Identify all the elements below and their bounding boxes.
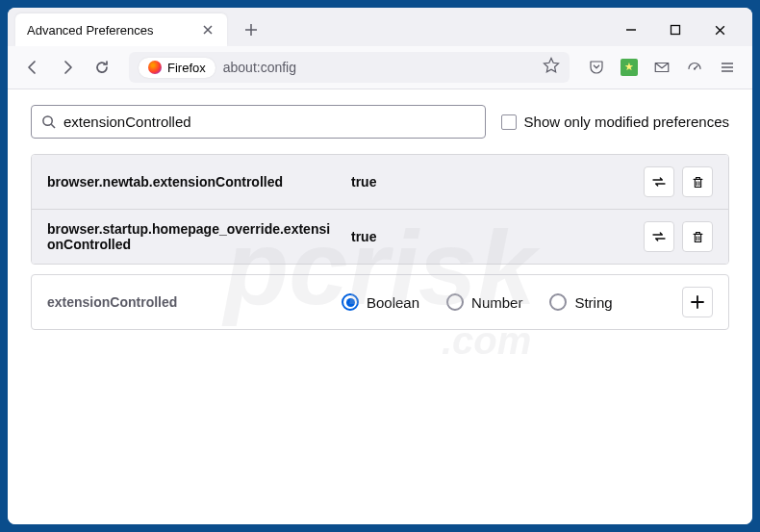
tab-bar: Advanced Preferences (8, 8, 752, 46)
toolbar-icons (581, 52, 743, 83)
checkbox-label: Show only modified preferences (524, 114, 729, 130)
radio-number[interactable]: Number (446, 293, 522, 311)
toggle-button[interactable] (644, 221, 674, 252)
identity-label: Firefox (167, 61, 206, 75)
extension-icon[interactable] (614, 52, 645, 83)
tab-advanced-preferences[interactable]: Advanced Preferences (15, 13, 227, 46)
mail-icon[interactable] (646, 52, 677, 83)
close-icon[interactable] (200, 22, 215, 38)
dashboard-icon[interactable] (679, 52, 710, 83)
checkbox-icon (501, 114, 517, 130)
radio-boolean[interactable]: Boolean (342, 293, 419, 311)
new-tab-button[interactable] (237, 15, 266, 44)
svg-rect-0 (671, 26, 680, 35)
search-box[interactable] (31, 105, 486, 139)
back-button[interactable] (17, 52, 48, 83)
new-preference-row: extensionControlled Boolean Number Strin… (31, 274, 729, 330)
forward-button[interactable] (52, 52, 83, 83)
preference-value: true (351, 174, 628, 190)
search-row: Show only modified preferences (8, 89, 752, 154)
preference-name: browser.startup.homepage_override.extens… (47, 221, 336, 252)
radio-icon (549, 293, 567, 311)
maximize-button[interactable] (662, 16, 689, 43)
menu-icon[interactable] (712, 52, 743, 83)
navigation-toolbar: Firefox about:config (8, 46, 752, 89)
search-icon (41, 114, 56, 129)
new-preference-name: extensionControlled (47, 294, 326, 310)
radio-label: Number (471, 294, 522, 311)
show-modified-checkbox[interactable]: Show only modified preferences (501, 114, 729, 130)
radio-icon (446, 293, 464, 311)
browser-window: Advanced Preferences (8, 8, 752, 524)
close-window-button[interactable] (706, 16, 733, 43)
config-content: Show only modified preferences browser.n… (8, 89, 752, 524)
delete-button[interactable] (682, 166, 713, 197)
svg-point-2 (43, 116, 52, 125)
svg-point-1 (694, 67, 696, 69)
radio-icon (342, 293, 359, 311)
preference-name: browser.newtab.extensionControlled (47, 174, 336, 190)
preference-actions (644, 166, 713, 197)
preference-row[interactable]: browser.startup.homepage_override.extens… (32, 209, 728, 264)
window-controls (618, 16, 745, 43)
delete-button[interactable] (682, 221, 713, 252)
preference-actions (644, 221, 713, 252)
bookmark-star-icon[interactable] (543, 57, 560, 78)
preference-value: true (351, 229, 628, 244)
preferences-list: browser.newtab.extensionControlled true … (31, 154, 729, 265)
url-text: about:config (223, 60, 296, 75)
radio-string[interactable]: String (549, 293, 612, 311)
reload-button[interactable] (87, 52, 117, 83)
pocket-icon[interactable] (581, 52, 612, 83)
identity-pill[interactable]: Firefox (139, 58, 215, 78)
url-bar[interactable]: Firefox about:config (129, 52, 570, 83)
toggle-button[interactable] (644, 166, 674, 197)
radio-label: String (574, 294, 612, 311)
radio-label: Boolean (367, 294, 419, 311)
tab-title: Advanced Preferences (27, 23, 154, 38)
firefox-icon (148, 61, 162, 74)
search-input[interactable] (63, 114, 475, 130)
add-button[interactable] (682, 287, 713, 317)
type-radio-group: Boolean Number String (342, 293, 667, 311)
preference-row[interactable]: browser.newtab.extensionControlled true (32, 155, 728, 209)
minimize-button[interactable] (618, 16, 645, 43)
